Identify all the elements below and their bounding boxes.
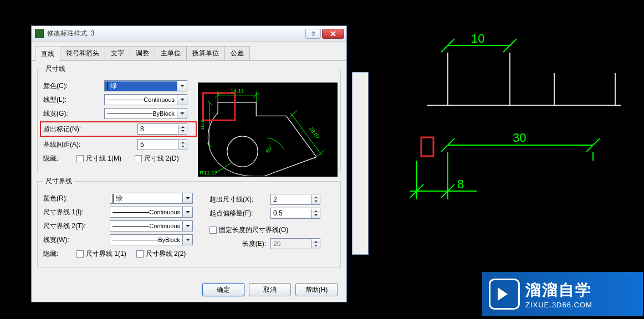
help-titlebar-button[interactable]: ? (305, 29, 321, 39)
lineweight-label: 线宽(G): (43, 109, 104, 119)
hide-dimline1-checkbox[interactable]: 尺寸线 1(M) (76, 154, 121, 163)
ext-color-label: 颜色(R): (43, 194, 110, 203)
tab-lines[interactable]: 直线 (35, 47, 60, 61)
hide-dimline2-checkbox[interactable]: 尺寸线 2(D) (135, 154, 179, 163)
extension-line-group: 尺寸界线 颜色(R): 绿 尺寸界线 1(I): Continuous (37, 177, 341, 267)
chevron-down-icon (182, 193, 192, 203)
linetype-combo[interactable]: Continuous (104, 94, 187, 105)
chevron-down-icon (182, 235, 192, 245)
app-icon (35, 29, 44, 38)
dim-10-value: 10 (471, 32, 484, 45)
play-icon (489, 279, 520, 310)
color-label: 颜色(C): (43, 81, 104, 91)
fixed-length-label: 长度(E): (209, 239, 270, 249)
extline1-combo[interactable]: Continuous (110, 207, 193, 218)
help-button[interactable]: 帮助(H) (295, 283, 338, 296)
preview-dim-4: 60° (264, 143, 274, 154)
tab-tolerance[interactable]: 公差 (224, 46, 250, 60)
fixed-length-checkbox[interactable]: 固定长度的尺寸界线(O) (209, 225, 288, 235)
offset-spin[interactable]: 0.5 (270, 208, 320, 219)
dim-8-value: 8 (457, 177, 464, 191)
background-dialog-edge (352, 72, 369, 255)
ext-color-combo[interactable]: 绿 (110, 193, 193, 204)
dialog-title: 修改标注样式: 3 (47, 29, 305, 38)
tab-strip: 直线 符号和箭头 文字 调整 主单位 换算单位 公差 (32, 44, 346, 61)
beyond-label: 超出尺寸线(X): (209, 195, 270, 204)
chevron-down-icon (182, 207, 192, 217)
extendmark-label: 超出标记(N): (43, 125, 104, 134)
extline1-label: 尺寸界线 1(I): (43, 208, 110, 217)
fixed-length-spin: 20 (270, 238, 320, 249)
modify-dimstyle-dialog: 修改标注样式: 3 ? 直线 符号和箭头 文字 调整 主单位 换算单位 公差 (31, 25, 347, 302)
chevron-down-icon (177, 81, 187, 91)
extline2-combo[interactable]: Continuous (110, 220, 193, 231)
tab-primary-units[interactable]: 主单位 (155, 46, 187, 60)
hide-extline2-checkbox[interactable]: 尺寸界线 2(2) (136, 249, 186, 259)
cad-canvas: 10 30 8 (355, 22, 632, 244)
ext-lineweight-combo[interactable]: ByBlock (110, 234, 193, 245)
extline2-label: 尺寸界线 2(T): (43, 222, 110, 231)
dim-30-value: 30 (513, 131, 526, 145)
baseline-label: 基线间距(A): (43, 140, 104, 150)
hide-extline1-checkbox[interactable]: 尺寸界线 1(1) (76, 249, 126, 259)
tab-symbols-arrows[interactable]: 符号和箭头 (60, 46, 105, 60)
close-button[interactable] (322, 29, 344, 39)
ok-button[interactable]: 确定 (202, 283, 244, 296)
chevron-down-icon (177, 109, 187, 119)
extend-mark-highlight: 超出标记(N): 8 (40, 121, 197, 137)
titlebar[interactable]: 修改标注样式: 3 ? (32, 26, 346, 42)
svg-line-30 (317, 150, 325, 157)
tab-alt-units[interactable]: 换算单位 (186, 46, 225, 60)
dimension-line-legend: 尺寸线 (43, 64, 68, 74)
watermark-banner: 溜溜自学 ZIXUE.3D66.COM (482, 272, 643, 316)
chevron-down-icon (177, 95, 187, 105)
ext-lineweight-label: 线宽(W): (43, 235, 110, 245)
color-swatch (107, 81, 108, 90)
baseline-spin[interactable]: 5 (137, 139, 187, 150)
preview-panel: 14.11 16.6 28.07 60° R11.17 (198, 83, 338, 177)
tab-fit[interactable]: 调整 (130, 46, 155, 60)
chevron-down-icon (182, 221, 192, 231)
highlight-box (421, 137, 433, 156)
offset-label: 起点偏移量(F): (209, 209, 270, 218)
preview-dim-1: 14.11 (231, 88, 244, 94)
color-combo[interactable]: 绿 (104, 80, 187, 91)
svg-rect-19 (203, 93, 234, 120)
beyond-spin[interactable]: 2 (270, 194, 320, 205)
preview-dim-3: 28.07 (308, 126, 321, 141)
svg-line-29 (290, 110, 298, 117)
svg-point-18 (227, 136, 258, 167)
extendmark-spin[interactable]: 8 (137, 124, 187, 135)
extension-line-legend: 尺寸界线 (43, 177, 74, 186)
watermark-title: 溜溜自学 (525, 280, 592, 301)
preview-dim-5: R11.17 (200, 169, 217, 176)
preview-dim-2: 16.6 (199, 119, 205, 130)
ext-hide-label: 隐藏: (43, 249, 76, 259)
tab-text[interactable]: 文字 (105, 46, 130, 60)
color-swatch (113, 194, 114, 203)
linetype-label: 线型(L): (43, 95, 104, 105)
svg-line-31 (215, 162, 232, 173)
lineweight-combo[interactable]: ByBlock (104, 108, 187, 119)
cancel-button[interactable]: 取消 (249, 283, 291, 296)
watermark-url: ZIXUE.3D66.COM (525, 301, 592, 309)
hide-label: 隐藏: (43, 154, 76, 163)
